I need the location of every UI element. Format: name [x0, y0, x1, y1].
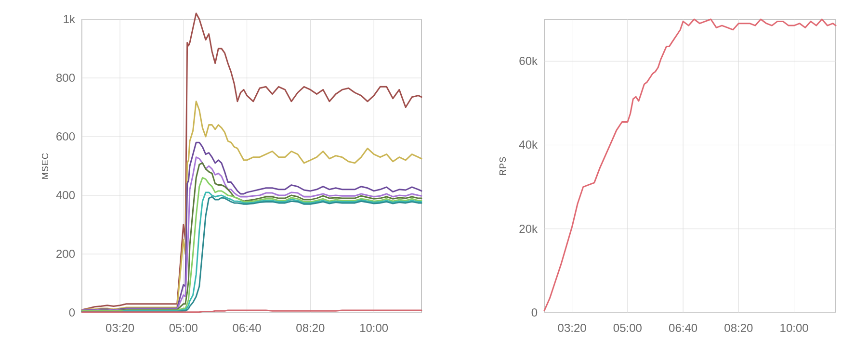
x-tick-label: 08:20	[724, 321, 753, 334]
series-p99	[82, 13, 421, 310]
x-tick-label: 03:20	[105, 321, 134, 334]
latency-chart: 02004006008001k03:2005:0006:4008:2010:00…	[39, 0, 424, 346]
series-p85	[82, 157, 421, 310]
x-tick-label: 05:00	[169, 321, 198, 334]
y-tick-label: 40k	[519, 138, 538, 151]
y-tick-label: 0	[69, 306, 75, 319]
y-tick-label: 200	[56, 247, 75, 260]
x-tick-label: 10:00	[780, 321, 809, 334]
svg-rect-12	[544, 19, 836, 313]
svg-rect-0	[82, 19, 421, 313]
y-tick-label: 20k	[519, 222, 538, 235]
x-tick-label: 06:40	[669, 321, 697, 334]
throughput-chart: 020k40k60k03:2005:0006:4008:2010:00RPS	[496, 0, 838, 346]
series-p80	[82, 163, 421, 311]
series-rps	[544, 19, 836, 311]
y-tick-label: 600	[56, 130, 75, 143]
series-p95	[82, 102, 421, 310]
x-tick-label: 06:40	[233, 321, 262, 334]
x-tick-label: 03:20	[558, 321, 587, 334]
y-tick-label: 1k	[63, 13, 76, 25]
y-axis-label: MSEC	[40, 153, 50, 179]
y-axis-label: RPS	[498, 156, 508, 176]
x-tick-label: 10:00	[359, 321, 388, 334]
x-tick-label: 08:20	[296, 321, 325, 334]
series-p70	[82, 192, 421, 312]
x-tick-label: 05:00	[613, 321, 642, 334]
y-tick-label: 800	[56, 71, 75, 84]
series-p90	[82, 142, 421, 310]
y-tick-label: 0	[531, 306, 538, 319]
y-tick-label: 400	[56, 189, 75, 202]
y-tick-label: 60k	[519, 54, 538, 67]
